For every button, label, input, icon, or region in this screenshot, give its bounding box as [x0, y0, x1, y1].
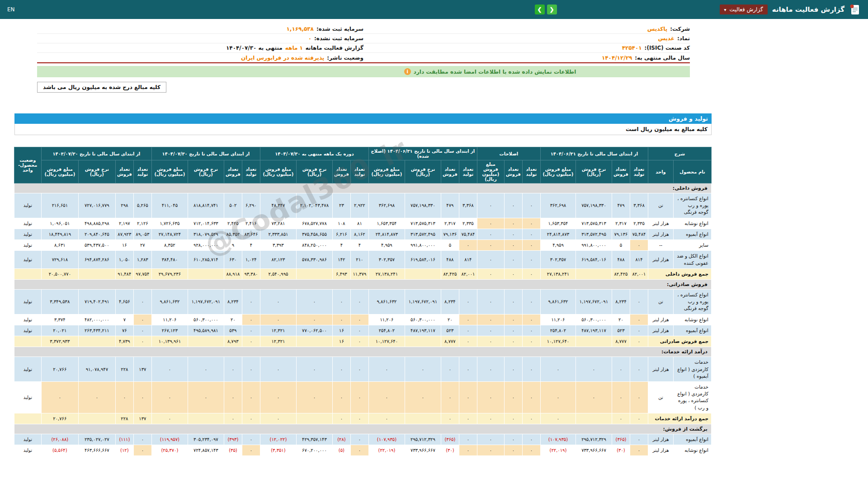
prev-report-button[interactable]: ❮: [547, 5, 557, 14]
status-cell: تولید: [14, 240, 41, 251]
column-header: واحد: [648, 160, 673, 183]
value-cell: ۷۹,۱۳۶: [612, 229, 630, 239]
column-header: مبلغ فروش (میلیون ریال): [540, 160, 576, 183]
value-cell: [405, 268, 441, 279]
value-cell: ۰: [242, 357, 260, 382]
summary-title: جمع فروش صادراتی: [648, 336, 711, 347]
value-cell: ۰: [188, 357, 224, 382]
unit-cell: تن: [648, 381, 673, 413]
product-name-cell: انواع نوشابه: [674, 314, 712, 325]
value-cell: (۱۰۷,۹۳۵): [368, 434, 405, 445]
value-cell: ۰: [459, 413, 477, 424]
status-cell: تولید: [14, 325, 41, 336]
value-cell: (۳۶۵): [612, 434, 630, 445]
value-cell: ۰: [477, 193, 504, 218]
value-cell: ۷۵۷,۱۹۸,۳۳۰: [405, 193, 441, 218]
value-cell: ۱۴۲: [332, 251, 350, 268]
value-cell: ۰: [630, 240, 648, 251]
field-label: وضعیت ناشر:: [327, 55, 363, 61]
column-header: مبلغ فروش (میلیون ریال): [151, 160, 188, 183]
value-cell: ۲,۳۱۷: [441, 218, 459, 229]
value-cell: ۰: [296, 381, 332, 413]
value-cell: ۸۲,۱۲۳: [260, 251, 296, 268]
product-name-cell: انواع کنسانتره ، پوره و رب گوجه فرنگی: [674, 289, 712, 314]
value-cell: ۰: [260, 357, 296, 382]
value-cell: ۶۹۴,۸۷۴,۲۸۶: [78, 251, 115, 268]
value-cell: ۱۶: [332, 336, 350, 347]
value-cell: ۰: [332, 413, 350, 424]
value-cell: ۰: [133, 445, 151, 456]
value-cell: ۰: [459, 240, 477, 251]
header-group-row: شرحاز ابتدای سال مالی تا تاریخ ۱۴۰۴/۰۶/۳…: [14, 147, 711, 160]
value-cell: ۴۸۸: [441, 251, 459, 268]
product-name-cell: انواع کنسانتره ، پوره و رب گوجه فرنگی: [674, 193, 712, 218]
value-cell: ۸۸,۹۱۸: [224, 268, 242, 279]
value-cell: ۳۸۴,۴۸۰: [151, 251, 188, 268]
value-cell: ۶۳۰: [224, 251, 242, 268]
value-cell: (۲۵,۳۷۰): [151, 445, 188, 456]
value-cell: ۰: [522, 229, 540, 239]
value-cell: ۰: [405, 357, 441, 382]
column-header: تعداد تولید: [133, 160, 151, 183]
value-cell: ۱۳۷: [133, 357, 151, 382]
language-switch-en[interactable]: EN: [7, 6, 15, 13]
value-cell: ۰: [133, 381, 151, 413]
value-cell: ۰: [522, 193, 540, 218]
value-cell: ۸۲,۴۲۵: [441, 268, 459, 279]
value-cell: ۰: [332, 357, 350, 382]
value-cell: (۳۵): [224, 445, 242, 456]
value-cell: ۴: [332, 240, 350, 251]
value-cell: ۰: [242, 381, 260, 413]
value-cell: [296, 336, 332, 347]
value-cell: ۱,۰۹۶,۰۵۱: [41, 218, 78, 229]
value-cell: ۸,۷۷۷: [441, 336, 459, 347]
section-title: برگشت از فروش:: [14, 424, 711, 434]
value-cell: ۴۹۸,۸۸۵,۲۹۸: [78, 218, 115, 229]
period-length-value: ۱ ماهه: [285, 45, 303, 51]
value-cell: ۰: [459, 314, 477, 325]
value-cell: (۲۸): [332, 434, 350, 445]
info-row: نماد: غدیس سرمایه ثبت نشده: ۰: [37, 34, 690, 43]
unit-cell: هزار لیتر: [648, 218, 673, 229]
value-cell: ۲۹,۶۷۹,۲۳۶: [151, 268, 188, 279]
column-header: نرخ فروش (ریال): [78, 160, 115, 183]
value-cell: ۷۷۰,۰۶۲,۵۰۰: [296, 325, 332, 336]
fiscal-year-value: ۱۴۰۴/۱۲/۲۹: [602, 55, 632, 61]
value-cell: (۱۲,۰۲۲): [260, 434, 296, 445]
value-cell: ۰: [224, 357, 242, 382]
value-cell: ۴۶۳,۶۶۶,۶۶۷: [78, 445, 115, 456]
value-cell: ۶,۴۹۳: [332, 268, 350, 279]
section-title: درآمد ارائه خدمات:: [14, 347, 711, 357]
value-cell: ۸۱۴: [459, 251, 477, 268]
value-cell: ۰: [133, 314, 151, 325]
column-header: تعداد تولید: [630, 160, 648, 183]
value-cell: ۱۰,۱۳۹,۹۶۱: [151, 336, 188, 347]
table-row: انواع نوشابههزار لیتر۰(۳۰)۷۳۳,۹۶۶,۶۶۷(۲۲…: [14, 445, 711, 456]
company-name: پاکدیس: [647, 26, 667, 32]
value-cell: ۲,۵۴۰,۹۹۵: [260, 268, 296, 279]
value-cell: ۲۶۷,۱۲۳: [151, 325, 188, 336]
value-cell: ۰: [242, 325, 260, 336]
value-cell: ۰: [504, 336, 522, 347]
column-header: تعداد تولید: [350, 160, 368, 183]
value-cell: ۲,۱۰۲,۰۴۳,۴۷۸: [296, 193, 332, 218]
value-cell: ۲۵۴,۸۰۲: [368, 325, 405, 336]
value-cell: ۰: [459, 445, 477, 456]
value-cell: ۵۳۹: [224, 325, 242, 336]
value-cell: ۲۲۸: [115, 413, 133, 424]
value-cell: ۴۷۹: [441, 193, 459, 218]
next-report-button[interactable]: ❯: [535, 5, 545, 14]
value-cell: ۰: [477, 445, 504, 456]
report-type-dropdown[interactable]: گزارش فعالیت ▾: [720, 5, 768, 14]
value-cell: ۰: [260, 381, 296, 413]
value-cell: (۵,۵۶۴): [41, 445, 78, 456]
value-cell: ۰: [504, 357, 522, 382]
signature-match-banner: اطلاعات نمایش داده شده با اطلاعات امضا ش…: [37, 66, 690, 77]
value-cell: [296, 268, 332, 279]
value-cell: (۱۰۷,۹۳۵): [540, 434, 576, 445]
value-cell: ۰: [522, 336, 540, 347]
value-cell: ۷۵,۴۸۴: [630, 229, 648, 239]
value-cell: ۴۷۹: [612, 193, 630, 218]
page-title: گزارش فعالیت ماهانه: [772, 5, 844, 14]
section-title: فروش داخلی:: [14, 183, 711, 193]
